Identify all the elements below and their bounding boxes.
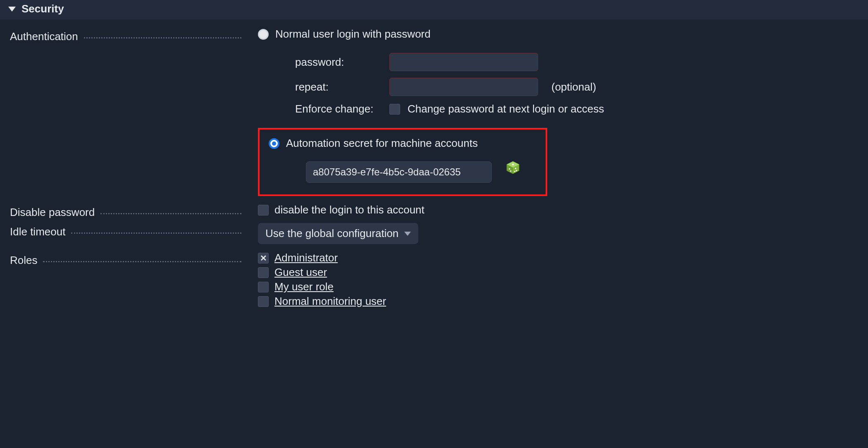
collapse-triangle-icon (8, 7, 16, 12)
label-text-idle: Idle timeout (10, 225, 65, 238)
role-checkbox-myrole[interactable] (258, 282, 269, 292)
svg-point-3 (512, 163, 514, 165)
disable-password-line: disable the login to this account (258, 204, 858, 216)
label-roles: Roles (10, 252, 241, 267)
enforce-change-checkbox[interactable] (389, 104, 400, 115)
role-link-guest[interactable]: Guest user (274, 266, 327, 279)
role-monitoring: Normal monitoring user (258, 295, 858, 308)
dots-filler (100, 213, 241, 214)
idle-timeout-select[interactable]: Use the global configuration (258, 223, 418, 244)
automation-secret-input[interactable] (306, 161, 492, 183)
label-text-authentication: Authentication (10, 30, 78, 43)
svg-point-6 (515, 168, 516, 169)
label-optional: (optional) (551, 81, 596, 93)
role-myrole: My user role (258, 280, 858, 293)
label-text-disablepw: Disable password (10, 206, 95, 219)
role-link-monitoring[interactable]: Normal monitoring user (274, 295, 386, 308)
chevron-down-icon (404, 232, 411, 236)
role-checkbox-administrator[interactable]: ✕ (258, 253, 269, 264)
row-roles: Roles ✕ Administrator Guest user My user… (10, 252, 858, 308)
radio-normal-login[interactable]: Normal user login with password (258, 28, 858, 41)
radio-label-normal: Normal user login with password (275, 28, 431, 41)
svg-point-4 (509, 168, 510, 169)
svg-point-8 (514, 171, 515, 172)
section-header[interactable]: Security (0, 0, 868, 19)
dice-icon[interactable] (506, 161, 520, 175)
label-enforce-text: Change password at next login or access (408, 103, 604, 115)
dots-filler (84, 37, 241, 38)
label-authentication: Authentication (10, 28, 241, 43)
label-password: password: (295, 56, 382, 69)
automation-secret-highlight: Automation secret for machine accounts (258, 128, 547, 196)
security-panel: Security Authentication Normal user logi… (0, 0, 868, 324)
svg-point-7 (516, 170, 517, 171)
role-administrator: ✕ Administrator (258, 252, 858, 264)
label-repeat: repeat: (295, 81, 382, 93)
radio-icon (258, 29, 269, 40)
value-idle-timeout: Use the global configuration (241, 223, 858, 244)
row-enforce: Enforce change: Change password at next … (295, 103, 858, 115)
row-authentication: Authentication Normal user login with pa… (10, 28, 858, 196)
dots-filler (71, 232, 241, 234)
section-body: Authentication Normal user login with pa… (0, 19, 868, 324)
idle-selected-text: Use the global configuration (265, 227, 398, 240)
dots-filler (43, 261, 241, 262)
label-text-roles: Roles (10, 254, 37, 267)
label-disable-password: Disable password (10, 204, 241, 219)
value-disable-password: disable the login to this account (241, 204, 858, 219)
label-disable-text: disable the login to this account (274, 204, 424, 216)
svg-point-5 (510, 170, 511, 172)
role-checkbox-monitoring[interactable] (258, 296, 269, 307)
value-authentication: Normal user login with password password… (241, 28, 858, 196)
role-link-myrole[interactable]: My user role (274, 280, 334, 293)
password-subform: password: repeat: (optional) Enforce cha… (295, 53, 858, 115)
row-idle-timeout: Idle timeout Use the global configuratio… (10, 223, 858, 244)
secret-row (269, 152, 537, 183)
disable-password-checkbox[interactable] (258, 205, 269, 216)
repeat-password-input[interactable] (389, 78, 538, 96)
radio-label-automation: Automation secret for machine accounts (286, 137, 478, 150)
password-input[interactable] (389, 53, 538, 71)
radio-automation-secret[interactable]: Automation secret for machine accounts (269, 137, 537, 150)
label-idle-timeout: Idle timeout (10, 223, 241, 238)
role-link-administrator[interactable]: Administrator (274, 252, 338, 264)
radio-icon-selected (269, 138, 279, 149)
value-roles: ✕ Administrator Guest user My user role … (241, 252, 858, 308)
label-enforce: Enforce change: (295, 103, 382, 115)
role-checkbox-guest[interactable] (258, 267, 269, 278)
row-disable-password: Disable password disable the login to th… (10, 204, 858, 219)
role-guest: Guest user (258, 266, 858, 279)
row-password: password: (295, 53, 858, 71)
row-repeat: repeat: (optional) (295, 78, 858, 96)
section-title: Security (21, 2, 64, 15)
